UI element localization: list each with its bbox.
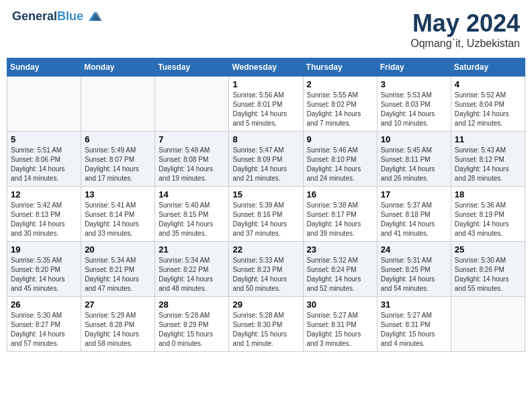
day-number: 24 <box>381 244 447 255</box>
day-info: Sunrise: 5:35 AMSunset: 8:20 PMDaylight:… <box>11 256 77 293</box>
day-number: 16 <box>307 189 373 199</box>
calendar-cell <box>7 77 81 132</box>
page-header: GeneralBlue May 2024 Oqmang`it, Uzbekist… <box>7 7 525 52</box>
day-info: Sunrise: 5:48 AMSunset: 8:08 PMDaylight:… <box>159 146 225 183</box>
title-block: May 2024 Oqmang`it, Uzbekistan <box>410 9 520 50</box>
calendar-cell: 27Sunrise: 5:29 AMSunset: 8:28 PMDayligh… <box>81 297 155 352</box>
day-info: Sunrise: 5:34 AMSunset: 8:21 PMDaylight:… <box>85 256 151 293</box>
day-number: 31 <box>381 300 447 310</box>
calendar-cell: 9Sunrise: 5:46 AMSunset: 8:10 PMDaylight… <box>303 132 377 187</box>
day-number: 15 <box>232 189 299 199</box>
day-info: Sunrise: 5:47 AMSunset: 8:09 PMDaylight:… <box>232 146 299 183</box>
calendar-cell: 17Sunrise: 5:37 AMSunset: 8:18 PMDayligh… <box>377 187 451 242</box>
day-number: 6 <box>85 134 151 144</box>
calendar-cell: 29Sunrise: 5:28 AMSunset: 8:30 PMDayligh… <box>229 297 303 352</box>
day-number: 28 <box>159 300 225 310</box>
calendar-header: SundayMondayTuesdayWednesdayThursdayFrid… <box>7 58 525 77</box>
day-number: 21 <box>159 244 225 255</box>
main-title: May 2024 <box>410 9 520 38</box>
day-number: 3 <box>381 79 447 89</box>
calendar-cell: 14Sunrise: 5:40 AMSunset: 8:15 PMDayligh… <box>155 187 229 242</box>
day-info: Sunrise: 5:43 AMSunset: 8:12 PMDaylight:… <box>455 146 521 183</box>
day-header-tuesday: Tuesday <box>155 58 229 77</box>
day-info: Sunrise: 5:52 AMSunset: 8:04 PMDaylight:… <box>455 91 521 128</box>
day-number: 5 <box>11 134 77 144</box>
calendar-week-4: 19Sunrise: 5:35 AMSunset: 8:20 PMDayligh… <box>7 242 525 297</box>
calendar-cell: 1Sunrise: 5:56 AMSunset: 8:01 PMDaylight… <box>229 77 303 132</box>
day-header-sunday: Sunday <box>7 58 81 77</box>
calendar-cell: 21Sunrise: 5:34 AMSunset: 8:22 PMDayligh… <box>155 242 229 297</box>
calendar-cell: 15Sunrise: 5:39 AMSunset: 8:16 PMDayligh… <box>229 187 303 242</box>
day-info: Sunrise: 5:55 AMSunset: 8:02 PMDaylight:… <box>307 91 373 128</box>
day-info: Sunrise: 5:27 AMSunset: 8:31 PMDaylight:… <box>381 311 447 349</box>
day-number: 27 <box>85 300 151 310</box>
subtitle: Oqmang`it, Uzbekistan <box>410 38 520 50</box>
day-number: 25 <box>455 244 521 255</box>
calendar-cell: 8Sunrise: 5:47 AMSunset: 8:09 PMDaylight… <box>229 132 303 187</box>
calendar-cell: 6Sunrise: 5:49 AMSunset: 8:07 PMDaylight… <box>81 132 155 187</box>
day-number: 1 <box>232 79 299 89</box>
day-number: 22 <box>232 244 299 255</box>
day-number: 2 <box>307 79 373 89</box>
logo-icon <box>87 10 102 24</box>
calendar-body: 1Sunrise: 5:56 AMSunset: 8:01 PMDaylight… <box>7 77 525 352</box>
day-number: 19 <box>11 244 77 255</box>
day-info: Sunrise: 5:37 AMSunset: 8:18 PMDaylight:… <box>381 201 447 238</box>
day-info: Sunrise: 5:28 AMSunset: 8:29 PMDaylight:… <box>159 311 225 349</box>
day-number: 7 <box>159 134 225 144</box>
day-number: 20 <box>85 244 151 255</box>
day-info: Sunrise: 5:32 AMSunset: 8:24 PMDaylight:… <box>307 256 373 293</box>
day-info: Sunrise: 5:39 AMSunset: 8:16 PMDaylight:… <box>232 201 299 238</box>
day-info: Sunrise: 5:41 AMSunset: 8:14 PMDaylight:… <box>85 201 151 238</box>
calendar-cell: 26Sunrise: 5:30 AMSunset: 8:27 PMDayligh… <box>7 297 81 352</box>
day-info: Sunrise: 5:33 AMSunset: 8:23 PMDaylight:… <box>232 256 299 293</box>
day-number: 11 <box>455 134 521 144</box>
calendar-cell <box>155 77 229 132</box>
day-info: Sunrise: 5:49 AMSunset: 8:07 PMDaylight:… <box>85 146 151 183</box>
calendar-cell: 12Sunrise: 5:42 AMSunset: 8:13 PMDayligh… <box>7 187 81 242</box>
day-info: Sunrise: 5:34 AMSunset: 8:22 PMDaylight:… <box>159 256 225 293</box>
calendar-cell: 5Sunrise: 5:51 AMSunset: 8:06 PMDaylight… <box>7 132 81 187</box>
day-number: 10 <box>381 134 447 144</box>
calendar-cell: 3Sunrise: 5:53 AMSunset: 8:03 PMDaylight… <box>377 77 451 132</box>
calendar-week-3: 12Sunrise: 5:42 AMSunset: 8:13 PMDayligh… <box>7 187 525 242</box>
logo-text: GeneralBlue <box>12 9 102 24</box>
day-number: 4 <box>455 79 521 89</box>
day-number: 8 <box>232 134 299 144</box>
day-number: 9 <box>307 134 373 144</box>
calendar-cell: 18Sunrise: 5:36 AMSunset: 8:19 PMDayligh… <box>451 187 525 242</box>
day-header-saturday: Saturday <box>451 58 525 77</box>
day-info: Sunrise: 5:38 AMSunset: 8:17 PMDaylight:… <box>307 201 373 238</box>
day-header-friday: Friday <box>377 58 451 77</box>
day-info: Sunrise: 5:30 AMSunset: 8:26 PMDaylight:… <box>455 256 521 293</box>
day-info: Sunrise: 5:30 AMSunset: 8:27 PMDaylight:… <box>11 311 77 349</box>
calendar-cell: 10Sunrise: 5:45 AMSunset: 8:11 PMDayligh… <box>377 132 451 187</box>
calendar-cell: 16Sunrise: 5:38 AMSunset: 8:17 PMDayligh… <box>303 187 377 242</box>
calendar-cell: 11Sunrise: 5:43 AMSunset: 8:12 PMDayligh… <box>451 132 525 187</box>
day-number: 17 <box>381 189 447 199</box>
calendar-cell: 7Sunrise: 5:48 AMSunset: 8:08 PMDaylight… <box>155 132 229 187</box>
day-info: Sunrise: 5:40 AMSunset: 8:15 PMDaylight:… <box>159 201 225 238</box>
calendar-cell <box>81 77 155 132</box>
day-info: Sunrise: 5:53 AMSunset: 8:03 PMDaylight:… <box>381 91 447 128</box>
day-number: 30 <box>307 300 373 310</box>
calendar-cell: 23Sunrise: 5:32 AMSunset: 8:24 PMDayligh… <box>303 242 377 297</box>
day-info: Sunrise: 5:31 AMSunset: 8:25 PMDaylight:… <box>381 256 447 293</box>
day-info: Sunrise: 5:27 AMSunset: 8:31 PMDaylight:… <box>307 311 373 349</box>
day-header-thursday: Thursday <box>303 58 377 77</box>
day-number: 13 <box>85 189 151 199</box>
calendar-cell: 19Sunrise: 5:35 AMSunset: 8:20 PMDayligh… <box>7 242 81 297</box>
day-info: Sunrise: 5:45 AMSunset: 8:11 PMDaylight:… <box>381 146 447 183</box>
calendar-cell: 2Sunrise: 5:55 AMSunset: 8:02 PMDaylight… <box>303 77 377 132</box>
calendar-cell <box>451 297 525 352</box>
logo: GeneralBlue <box>12 9 102 24</box>
day-info: Sunrise: 5:29 AMSunset: 8:28 PMDaylight:… <box>85 311 151 349</box>
day-info: Sunrise: 5:36 AMSunset: 8:19 PMDaylight:… <box>455 201 521 238</box>
day-info: Sunrise: 5:28 AMSunset: 8:30 PMDaylight:… <box>232 311 299 349</box>
day-info: Sunrise: 5:56 AMSunset: 8:01 PMDaylight:… <box>232 91 299 128</box>
calendar-week-2: 5Sunrise: 5:51 AMSunset: 8:06 PMDaylight… <box>7 132 525 187</box>
day-info: Sunrise: 5:51 AMSunset: 8:06 PMDaylight:… <box>11 146 77 183</box>
day-info: Sunrise: 5:46 AMSunset: 8:10 PMDaylight:… <box>307 146 373 183</box>
calendar-table: SundayMondayTuesdayWednesdayThursdayFrid… <box>7 58 525 352</box>
calendar-cell: 4Sunrise: 5:52 AMSunset: 8:04 PMDaylight… <box>451 77 525 132</box>
